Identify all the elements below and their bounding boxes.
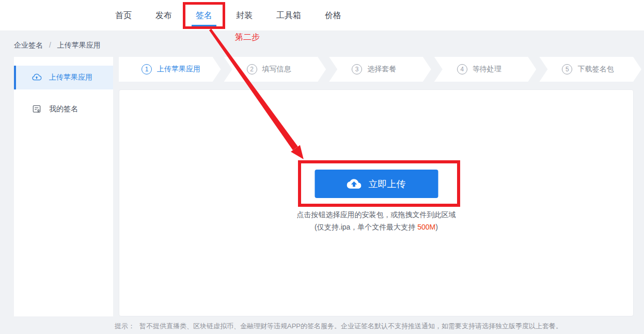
cloud-upload-icon xyxy=(31,72,42,83)
max-size-value: 500M xyxy=(417,223,435,231)
footer-tip: 提示：暂不提供直播类、区块链虚拟币、金融理财等违规APP的签名服务。企业证签名默… xyxy=(115,322,562,331)
step-number-badge: 1 xyxy=(142,64,152,74)
hint-prefix: (仅支持.ipa，单个文件最大支持 xyxy=(315,223,417,231)
step-4-wait-processing: 4 等待处理 xyxy=(434,57,537,82)
active-item-indicator xyxy=(14,66,16,89)
sidebar-item-label: 上传苹果应用 xyxy=(49,73,92,82)
top-header: 首页 发布 签名 封装 工具箱 价格 xyxy=(0,0,644,31)
step-1-upload-app: 1 上传苹果应用 xyxy=(119,57,221,82)
cloud-upload-filled-icon xyxy=(347,178,362,189)
breadcrumb-enterprise-sign[interactable]: 企业签名 xyxy=(14,41,43,49)
breadcrumb: 企业签名 / 上传苹果应用 xyxy=(14,41,101,50)
sidebar-item-label: 我的签名 xyxy=(49,104,78,114)
nav-item-sign[interactable]: 签名 xyxy=(196,0,212,31)
annotation-step2-label: 第二步 xyxy=(235,32,260,43)
nav-item-price[interactable]: 价格 xyxy=(325,0,341,31)
step-label: 填写信息 xyxy=(262,65,291,74)
tip-label: 提示： xyxy=(115,322,135,330)
nav-item-home[interactable]: 首页 xyxy=(115,0,132,31)
breadcrumb-current: 上传苹果应用 xyxy=(57,41,101,49)
step-label: 选择套餐 xyxy=(367,65,396,74)
step-wizard: 1 上传苹果应用 2 填写信息 3 选择套餐 4 等待处理 5 下载签名包 xyxy=(119,57,641,82)
signature-document-icon xyxy=(31,103,42,115)
page: 首页 发布 签名 封装 工具箱 价格 企业签名 / 上传苹果应用 xyxy=(0,0,644,334)
step-number-badge: 3 xyxy=(352,64,362,74)
upload-button-label: 立即上传 xyxy=(369,178,406,190)
tip-text: 暂不提供直播类、区块链虚拟币、金融理财等违规APP的签名服务。企业证签名默认不支… xyxy=(139,322,562,330)
hint-suffix: ) xyxy=(435,223,438,231)
upload-now-button[interactable]: 立即上传 xyxy=(315,170,438,198)
nav-item-toolbox[interactable]: 工具箱 xyxy=(276,0,301,31)
main-nav: 首页 发布 签名 封装 工具箱 价格 xyxy=(0,0,644,31)
sidebar-item-upload-ios-app[interactable]: 上传苹果应用 xyxy=(14,66,113,89)
step-5-download-package: 5 下载签名包 xyxy=(539,57,641,82)
breadcrumb-separator: / xyxy=(49,41,51,49)
step-label: 上传苹果应用 xyxy=(157,65,200,74)
step-label: 等待处理 xyxy=(473,65,501,74)
step-number-badge: 5 xyxy=(562,64,572,74)
step-number-badge: 4 xyxy=(457,64,467,74)
nav-item-publish[interactable]: 发布 xyxy=(155,0,172,31)
nav-item-package[interactable]: 封装 xyxy=(236,0,253,31)
step-number-badge: 2 xyxy=(247,64,257,74)
sidebar: 上传苹果应用 我的签名 xyxy=(14,57,113,316)
step-2-fill-info: 2 填写信息 xyxy=(224,57,326,82)
step-label: 下载签名包 xyxy=(577,65,614,74)
sidebar-item-my-signatures[interactable]: 我的签名 xyxy=(14,97,113,121)
upload-hint-line1: 点击按钮选择应用的安装包，或拖拽文件到此区域 xyxy=(119,210,633,220)
step-3-choose-plan: 3 选择套餐 xyxy=(329,57,431,82)
upload-hint-line2: (仅支持.ipa，单个文件最大支持 500M) xyxy=(119,223,633,232)
annotation-box-sign-tab xyxy=(183,2,225,29)
upload-drop-zone[interactable]: 立即上传 点击按钮选择应用的安装包，或拖拽文件到此区域 (仅支持.ipa，单个文… xyxy=(119,89,634,316)
